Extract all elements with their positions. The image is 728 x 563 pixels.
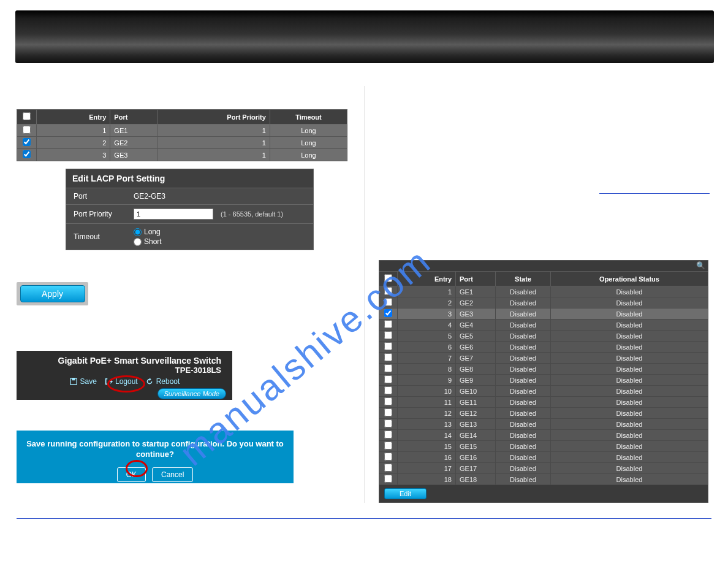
cell-port: GE18 — [456, 474, 496, 485]
ok-button[interactable]: OK — [117, 467, 146, 482]
svg-rect-1 — [72, 378, 75, 381]
row-checkbox[interactable] — [384, 408, 392, 416]
table-row[interactable]: 6GE6DisabledDisabled — [379, 342, 708, 353]
row-checkbox[interactable] — [384, 298, 392, 306]
footer-rule — [17, 518, 711, 519]
floppy-icon — [69, 377, 78, 386]
select-all-ports-checkbox[interactable] — [384, 274, 392, 282]
table-row[interactable]: 3GE31Long — [17, 149, 347, 161]
cell-port: GE2 — [110, 137, 157, 149]
apply-button[interactable]: Apply — [20, 285, 85, 302]
row-checkbox[interactable] — [23, 126, 31, 134]
cell-op: Disabled — [551, 286, 708, 297]
table-row[interactable]: 2GE2DisabledDisabled — [379, 297, 708, 308]
reboot-icon — [145, 377, 154, 386]
port-state-topbar: 🔍 — [379, 260, 708, 271]
header-banner — [15, 10, 714, 63]
cell-port: GE8 — [456, 364, 496, 375]
timeout-long-option[interactable]: Long — [134, 228, 162, 236]
table-row[interactable]: 2GE21Long — [17, 137, 347, 149]
timeout-short-radio[interactable] — [134, 238, 142, 246]
surveillance-mode-button[interactable]: Surveillance Mode — [157, 388, 227, 399]
row-checkbox[interactable] — [384, 431, 392, 439]
select-all-checkbox[interactable] — [23, 112, 31, 120]
cell-state: Disabled — [496, 474, 551, 485]
row-checkbox[interactable] — [384, 464, 392, 472]
table-row[interactable]: 4GE4DisabledDisabled — [379, 320, 708, 331]
cell-state: Disabled — [496, 463, 551, 474]
reboot-action[interactable]: Reboot — [145, 377, 180, 386]
cell-port: GE16 — [456, 452, 496, 463]
col-entry: Entry — [36, 110, 110, 124]
cell-entry: 2 — [36, 137, 110, 149]
cell-port: GE13 — [456, 419, 496, 430]
table-row[interactable]: 11GE11DisabledDisabled — [379, 397, 708, 408]
save-label: Save — [80, 377, 97, 386]
row-checkbox[interactable] — [23, 138, 31, 146]
logout-action[interactable]: Logout — [104, 377, 138, 386]
cancel-button[interactable]: Cancel — [152, 467, 193, 482]
table-row[interactable]: 9GE9DisabledDisabled — [379, 375, 708, 386]
table-row[interactable]: 15GE15DisabledDisabled — [379, 441, 708, 452]
timeout-short-option[interactable]: Short — [134, 237, 162, 246]
col-op: Operational Status — [551, 272, 708, 286]
cell-op: Disabled — [551, 364, 708, 375]
save-action[interactable]: Save — [69, 377, 97, 386]
table-row[interactable]: 12GE12DisabledDisabled — [379, 408, 708, 419]
row-checkbox[interactable] — [384, 364, 392, 372]
row-checkbox[interactable] — [384, 386, 392, 394]
row-checkbox[interactable] — [384, 419, 392, 427]
row-checkbox[interactable] — [384, 475, 392, 483]
table-row[interactable]: 5GE5DisabledDisabled — [379, 331, 708, 342]
search-icon[interactable]: 🔍 — [696, 261, 705, 270]
table-row[interactable]: 3GE3DisabledDisabled — [379, 308, 708, 320]
cell-state: Disabled — [496, 331, 551, 342]
cell-port: GE3 — [110, 149, 157, 161]
edit-button[interactable]: Edit — [384, 488, 427, 499]
row-checkbox[interactable] — [384, 309, 392, 317]
row-checkbox[interactable] — [384, 353, 392, 361]
cell-port: GE6 — [456, 342, 496, 353]
table-row[interactable]: 17GE17DisabledDisabled — [379, 463, 708, 474]
table-row[interactable]: 1GE1DisabledDisabled — [379, 286, 708, 297]
cell-state: Disabled — [496, 320, 551, 331]
table-row[interactable]: 8GE8DisabledDisabled — [379, 364, 708, 375]
row-checkbox[interactable] — [384, 375, 392, 383]
row-checkbox[interactable] — [384, 320, 392, 328]
row-checkbox[interactable] — [23, 150, 31, 158]
cell-op: Disabled — [551, 419, 708, 430]
row-checkbox[interactable] — [384, 287, 392, 295]
priority-input[interactable] — [134, 209, 213, 220]
cell-priority: 1 — [157, 124, 270, 137]
device-header-bar: Gigabit PoE+ Smart Surveillance Switch T… — [17, 351, 232, 400]
table-row[interactable]: 16GE16DisabledDisabled — [379, 452, 708, 463]
cell-entry: 7 — [398, 353, 456, 364]
priority-hint: (1 - 65535, default 1) — [221, 210, 283, 218]
row-checkbox[interactable] — [384, 397, 392, 405]
row-checkbox[interactable] — [384, 342, 392, 350]
section-link-underline — [599, 188, 710, 194]
cell-state: Disabled — [496, 375, 551, 386]
cell-op: Disabled — [551, 375, 708, 386]
cell-priority: 1 — [157, 137, 270, 149]
cell-op: Disabled — [551, 353, 708, 364]
cell-op: Disabled — [551, 452, 708, 463]
table-row[interactable]: 18GE18DisabledDisabled — [379, 474, 708, 485]
row-checkbox[interactable] — [384, 442, 392, 450]
row-checkbox[interactable] — [384, 453, 392, 461]
timeout-long-radio[interactable] — [134, 228, 142, 236]
col-priority: Port Priority — [157, 110, 270, 124]
table-row[interactable]: 7GE7DisabledDisabled — [379, 353, 708, 364]
table-row[interactable]: 14GE14DisabledDisabled — [379, 430, 708, 441]
cell-port: GE12 — [456, 408, 496, 419]
table-row[interactable]: 10GE10DisabledDisabled — [379, 386, 708, 397]
table-row[interactable]: 1GE11Long — [17, 124, 347, 137]
cell-port: GE5 — [456, 331, 496, 342]
cell-op: Disabled — [551, 331, 708, 342]
port-label: Port — [66, 192, 134, 201]
row-checkbox[interactable] — [384, 331, 392, 339]
col-state: State — [496, 272, 551, 286]
cell-op: Disabled — [551, 474, 708, 485]
table-row[interactable]: 13GE13DisabledDisabled — [379, 419, 708, 430]
cell-port: GE17 — [456, 463, 496, 474]
